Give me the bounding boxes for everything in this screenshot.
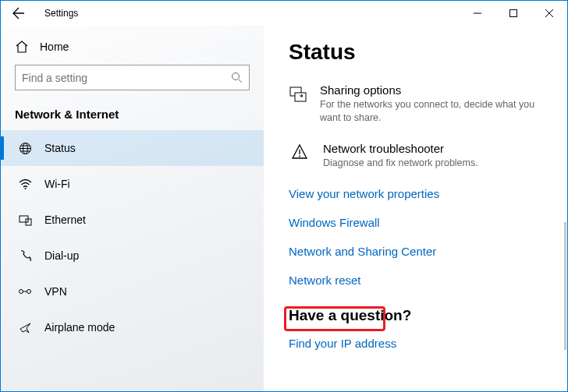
block-title: Sharing options: [320, 83, 550, 97]
sidebar-item-label: Airplane mode: [44, 321, 115, 334]
page-title: Status: [289, 40, 550, 65]
highlight-box: [284, 306, 385, 331]
link-windows-firewall[interactable]: Windows Firewall: [289, 216, 550, 229]
share-icon: [289, 83, 307, 125]
warning-icon: [289, 142, 311, 170]
svg-rect-10: [295, 93, 306, 101]
sidebar-section-header: Network & Internet: [15, 108, 250, 121]
maximize-button[interactable]: [495, 1, 531, 26]
sidebar: Home Network & Internet Status Wi-Fi Eth…: [1, 26, 264, 391]
scrollbar[interactable]: [564, 222, 566, 350]
close-button[interactable]: [531, 1, 567, 26]
block-subtitle: Diagnose and fix network problems.: [323, 157, 478, 170]
home-icon: [15, 40, 29, 54]
sidebar-item-label: Status: [44, 142, 76, 154]
sidebar-item-airplane[interactable]: Airplane mode: [1, 309, 264, 345]
sidebar-item-label: Ethernet: [44, 214, 86, 226]
block-subtitle: For the networks you connect to, decide …: [320, 98, 550, 125]
home-label: Home: [40, 41, 69, 53]
link-view-properties[interactable]: View your network properties: [289, 187, 550, 200]
vpn-icon: [18, 286, 32, 297]
search-input[interactable]: [15, 65, 250, 90]
sidebar-item-vpn[interactable]: VPN: [1, 274, 264, 309]
dialup-icon: [18, 249, 32, 263]
sidebar-item-ethernet[interactable]: Ethernet: [1, 202, 264, 238]
wifi-icon: [18, 178, 32, 190]
sidebar-item-label: VPN: [44, 285, 67, 298]
airplane-icon: [18, 321, 32, 334]
globe-icon: [18, 142, 32, 155]
sidebar-item-label: Wi-Fi: [44, 178, 70, 190]
home-button[interactable]: Home: [15, 40, 250, 54]
link-find-ip[interactable]: Find your IP address: [289, 337, 550, 350]
back-button[interactable]: [1, 1, 37, 26]
sidebar-item-label: Dial-up: [44, 249, 79, 262]
titlebar: Settings: [1, 1, 567, 26]
minimize-icon: [474, 9, 481, 17]
block-title: Network troubleshooter: [323, 142, 478, 155]
window-title: Settings: [44, 8, 78, 19]
link-sharing-center[interactable]: Network and Sharing Center: [289, 245, 550, 258]
search-icon: [231, 72, 243, 83]
block-troubleshooter[interactable]: Network troubleshooter Diagnose and fix …: [289, 142, 550, 170]
ethernet-icon: [18, 214, 32, 226]
sidebar-item-dialup[interactable]: Dial-up: [1, 238, 264, 274]
minimize-button[interactable]: [460, 1, 495, 26]
main-content: Status Sharing options For the networks …: [264, 26, 567, 391]
block-sharing-options[interactable]: Sharing options For the networks you con…: [289, 83, 550, 125]
svg-point-1: [233, 73, 240, 80]
search-field[interactable]: [22, 72, 231, 84]
svg-point-8: [27, 290, 31, 294]
link-network-reset[interactable]: Network reset: [289, 274, 550, 287]
sidebar-item-status[interactable]: Status: [1, 130, 264, 166]
close-icon: [545, 9, 553, 17]
arrow-left-icon: [12, 7, 25, 19]
maximize-icon: [509, 9, 517, 17]
svg-point-7: [20, 290, 23, 294]
sidebar-item-wifi[interactable]: Wi-Fi: [1, 166, 264, 202]
svg-rect-0: [510, 10, 517, 17]
svg-point-4: [24, 188, 26, 189]
svg-point-11: [299, 155, 300, 157]
